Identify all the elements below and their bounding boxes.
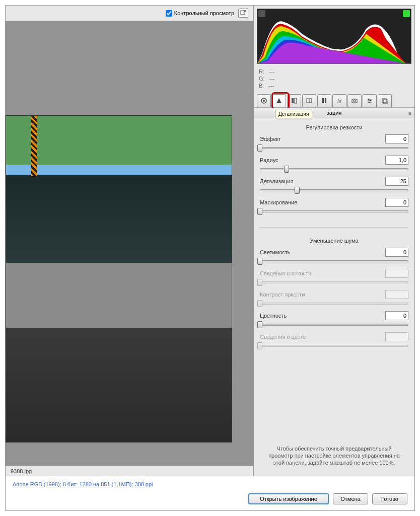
color-detail-label: Сведения о цвете <box>260 334 306 340</box>
lum-detail-input <box>385 269 408 278</box>
tab-tooltip: Детализация <box>275 110 312 118</box>
section-divider <box>260 227 408 228</box>
slider-color-detail: Сведения о цвете <box>260 332 408 349</box>
fullscreen-icon[interactable] <box>238 9 248 18</box>
slider-effect: Эффект <box>260 134 408 152</box>
lum-contrast-label: Контраст яркости <box>260 291 305 298</box>
preview-checkbox-wrap[interactable]: Контрольный просмотр <box>166 10 234 17</box>
svg-rect-3 <box>292 98 294 103</box>
preview-image <box>6 115 232 443</box>
masking-input[interactable] <box>385 198 408 207</box>
lum-detail-slider <box>260 279 408 286</box>
svg-rect-8 <box>325 98 326 103</box>
tab-split-toning[interactable] <box>302 94 316 107</box>
tab-effects[interactable]: fx <box>332 94 346 107</box>
svg-rect-0 <box>241 11 245 15</box>
color-label: Цветность <box>260 313 287 319</box>
color-detail-slider <box>260 342 408 349</box>
svg-point-10 <box>354 100 356 102</box>
metadata-link[interactable]: Adobe RGB (1998); 8 бит; 1280 на 851 (1,… <box>13 481 153 487</box>
masking-slider[interactable] <box>260 208 408 215</box>
tab-snapshots[interactable] <box>378 94 392 107</box>
open-image-button[interactable]: Открыть изображение <box>248 493 329 504</box>
detail-label: Детализация <box>260 178 293 184</box>
tab-basic[interactable] <box>257 94 271 107</box>
rgb-readout: R: --- G: --- B: --- <box>254 67 414 92</box>
done-button[interactable]: Готово <box>372 493 407 504</box>
slider-luminance: Светимость <box>260 248 408 265</box>
tab-detail[interactable] <box>272 94 286 107</box>
luminance-label: Светимость <box>260 249 291 255</box>
filename-bar: 9388.jpg <box>6 466 253 476</box>
luminance-input[interactable] <box>385 248 408 257</box>
detail-input[interactable] <box>385 177 408 186</box>
slider-radius: Радиус <box>260 156 408 173</box>
svg-rect-18 <box>383 100 387 104</box>
luminance-slider[interactable] <box>260 258 408 265</box>
effect-slider[interactable] <box>260 144 408 152</box>
preview-checkbox[interactable] <box>166 10 172 17</box>
adjustments-panel: R: --- G: --- B: --- fx Детализация заци… <box>253 6 414 476</box>
image-viewport[interactable] <box>6 21 253 466</box>
color-input[interactable] <box>385 311 408 320</box>
bottom-bar: Adobe RGB (1998); 8 бит; 1280 на 851 (1,… <box>6 476 414 510</box>
svg-rect-4 <box>295 98 297 103</box>
slider-color: Цветность <box>260 311 408 328</box>
cancel-button[interactable]: Отмена <box>333 493 368 504</box>
masking-label: Маскирование <box>260 199 297 205</box>
tab-lens-corrections[interactable] <box>317 94 331 107</box>
tab-strip: fx Детализация <box>254 92 414 108</box>
svg-point-16 <box>369 102 370 103</box>
preview-checkbox-label: Контрольный просмотр <box>174 10 234 16</box>
sharpening-title: Регулировка резкости <box>260 122 408 134</box>
detail-slider[interactable] <box>260 187 408 194</box>
effect-input[interactable] <box>385 134 408 143</box>
slider-masking: Маскирование <box>260 198 408 215</box>
svg-rect-17 <box>382 99 386 103</box>
preview-top-controls: Контрольный просмотр <box>6 6 253 21</box>
slider-lum-contrast: Контраст яркости <box>260 290 408 307</box>
tab-presets[interactable] <box>363 94 377 107</box>
radius-slider[interactable] <box>260 166 408 173</box>
panel-title-text: зация <box>327 110 342 116</box>
slider-detail: Детализация <box>260 177 408 194</box>
preview-panel: Контрольный просмотр 9388.jpg <box>6 6 253 476</box>
svg-point-15 <box>370 100 372 102</box>
lum-contrast-input <box>385 290 408 299</box>
noise-title: Уменьшение шума <box>260 236 408 248</box>
svg-point-14 <box>368 99 370 100</box>
slider-lum-detail: Сведения о яркости <box>260 269 408 286</box>
effect-label: Эффект <box>260 136 281 142</box>
zoom-hint: Чтобы обеспечить точный предварительный … <box>259 440 409 471</box>
lum-contrast-slider <box>260 300 408 307</box>
svg-point-2 <box>263 100 265 102</box>
histogram[interactable] <box>257 9 411 64</box>
noise-section: Уменьшение шума Светимость Сведения о яр… <box>254 232 414 357</box>
lum-detail-label: Сведения о яркости <box>260 270 311 276</box>
tab-camera-calibration[interactable] <box>347 94 362 107</box>
panel-menu-icon[interactable]: ≡ <box>408 111 411 116</box>
sharpening-section: Регулировка резкости Эффект Радиус <box>254 118 414 223</box>
color-detail-input <box>385 332 408 341</box>
radius-input[interactable] <box>385 156 408 165</box>
tab-hsl-grayscale[interactable] <box>287 94 301 107</box>
radius-label: Радиус <box>260 157 278 163</box>
color-slider[interactable] <box>260 321 408 328</box>
svg-rect-7 <box>322 98 324 103</box>
